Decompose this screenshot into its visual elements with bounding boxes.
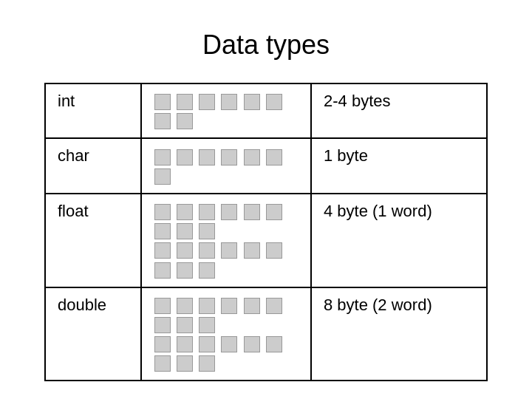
symbol-block <box>154 204 171 220</box>
table-row-float: float 4 byte (1 word) <box>45 194 487 287</box>
symbol-block <box>266 94 282 110</box>
symbol-block <box>199 317 215 333</box>
symbol-block <box>221 94 237 110</box>
symbol-block <box>244 298 260 314</box>
symbol-block <box>154 298 171 314</box>
symbol-block <box>154 355 171 372</box>
symbol-block <box>199 336 215 352</box>
symbol-block <box>154 317 171 333</box>
symbol-block <box>177 355 193 372</box>
type-cell-char: char <box>45 138 141 193</box>
symbol-block <box>244 336 260 352</box>
desc-cell-float: 4 byte (1 word) <box>311 194 487 287</box>
symbol-block <box>199 149 215 166</box>
symbol-block <box>199 262 215 279</box>
symbol-block <box>244 242 260 259</box>
symbol-block <box>177 262 193 279</box>
symbol-block <box>177 94 193 110</box>
page-title: Data types <box>202 30 330 61</box>
symbol-block <box>199 94 215 110</box>
symbol-block <box>221 298 237 314</box>
symbol-block <box>244 204 260 220</box>
symbol-block <box>221 242 237 259</box>
symbol-block <box>177 336 193 352</box>
symbol-block <box>266 149 282 166</box>
table-row-int: int 2-4 bytes <box>45 83 487 138</box>
table-row-char: char 1 byte <box>45 138 487 193</box>
symbol-block <box>221 204 237 220</box>
symbol-block <box>199 204 215 220</box>
desc-line1-float: 4 byte (1 word) <box>324 202 432 220</box>
symbol-block <box>154 94 171 110</box>
symbol-cell-float <box>141 194 311 287</box>
symbol-block <box>154 149 171 166</box>
desc-cell-char: 1 byte <box>311 138 487 193</box>
symbol-cell-double <box>141 287 311 381</box>
symbol-block <box>154 223 171 239</box>
symbol-block <box>266 204 282 220</box>
symbol-block <box>154 168 171 185</box>
symbol-block <box>266 242 282 259</box>
symbol-block <box>177 242 193 259</box>
symbol-block <box>177 298 193 314</box>
symbol-block <box>177 204 193 220</box>
symbol-block <box>177 113 193 129</box>
symbol-cell-char <box>141 138 311 193</box>
table-row-double: double 8 byte (2 word) <box>45 287 487 381</box>
desc-line1-double: 8 byte (2 word) <box>324 296 432 314</box>
symbol-block <box>154 113 171 129</box>
symbol-block <box>199 223 215 239</box>
symbol-block <box>154 262 171 279</box>
type-cell-float: float <box>45 194 141 287</box>
symbol-block <box>221 336 237 352</box>
type-cell-int: int <box>45 83 141 138</box>
symbol-block <box>154 336 171 352</box>
symbol-block <box>177 149 193 166</box>
symbol-block <box>199 355 215 372</box>
symbol-cell-int <box>141 83 311 138</box>
symbol-block <box>266 336 282 352</box>
desc-cell-double: 8 byte (2 word) <box>311 287 487 381</box>
desc-cell-int: 2-4 bytes <box>311 83 487 138</box>
symbol-block <box>244 149 260 166</box>
symbol-block <box>154 242 171 259</box>
data-types-table: int 2-4 bytes char 1 byte float <box>44 83 488 381</box>
symbol-block <box>221 149 237 166</box>
symbol-block <box>266 298 282 314</box>
symbol-block <box>199 298 215 314</box>
type-cell-double: double <box>45 287 141 381</box>
symbol-block <box>244 94 260 110</box>
symbol-block <box>177 317 193 333</box>
symbol-block <box>199 242 215 259</box>
symbol-block <box>177 223 193 239</box>
